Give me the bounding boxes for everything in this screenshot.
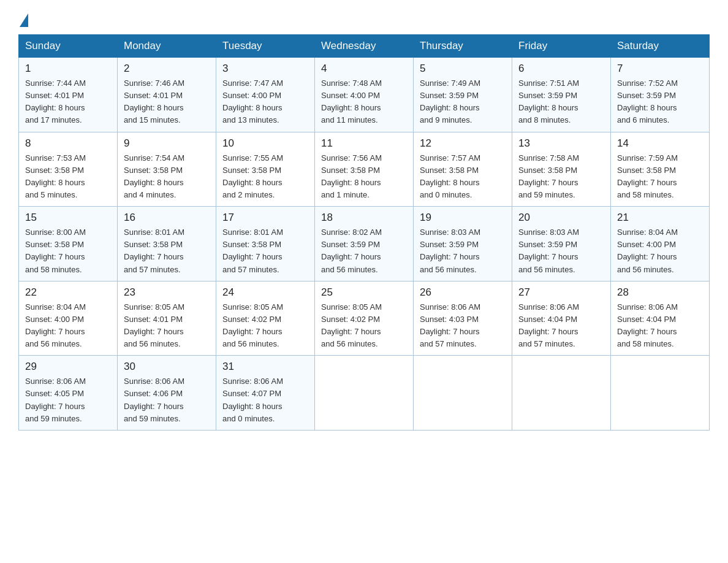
calendar-cell: 27Sunrise: 8:06 AMSunset: 4:04 PMDayligh… xyxy=(512,281,611,356)
day-info: Sunrise: 8:06 AMSunset: 4:04 PMDaylight:… xyxy=(617,301,703,351)
day-info: Sunrise: 7:53 AMSunset: 3:58 PMDaylight:… xyxy=(25,152,111,202)
day-number: 19 xyxy=(420,212,506,224)
day-info: Sunrise: 8:05 AMSunset: 4:02 PMDaylight:… xyxy=(222,301,308,351)
calendar-cell xyxy=(512,356,611,431)
day-info: Sunrise: 7:46 AMSunset: 4:01 PMDaylight:… xyxy=(124,77,210,127)
calendar-cell: 14Sunrise: 7:59 AMSunset: 3:58 PMDayligh… xyxy=(611,132,710,207)
day-number: 4 xyxy=(321,63,407,75)
day-number: 25 xyxy=(321,286,407,299)
calendar-cell: 26Sunrise: 8:06 AMSunset: 4:03 PMDayligh… xyxy=(414,281,512,356)
day-info: Sunrise: 8:05 AMSunset: 4:01 PMDaylight:… xyxy=(124,301,210,351)
day-number: 20 xyxy=(518,212,604,224)
day-number: 12 xyxy=(420,137,506,150)
calendar-cell xyxy=(414,356,512,431)
calendar-cell xyxy=(315,356,414,431)
day-number: 3 xyxy=(222,63,308,75)
day-number: 24 xyxy=(222,286,308,299)
day-info: Sunrise: 8:06 AMSunset: 4:03 PMDaylight:… xyxy=(420,301,506,351)
day-info: Sunrise: 8:06 AMSunset: 4:05 PMDaylight:… xyxy=(25,375,111,425)
day-info: Sunrise: 7:56 AMSunset: 3:58 PMDaylight:… xyxy=(321,152,407,202)
calendar-cell: 22Sunrise: 8:04 AMSunset: 4:00 PMDayligh… xyxy=(19,281,118,356)
calendar-cell: 18Sunrise: 8:02 AMSunset: 3:59 PMDayligh… xyxy=(315,207,414,282)
day-info: Sunrise: 7:54 AMSunset: 3:58 PMDaylight:… xyxy=(124,152,210,202)
calendar-cell: 30Sunrise: 8:06 AMSunset: 4:06 PMDayligh… xyxy=(118,356,216,431)
calendar-cell: 3Sunrise: 7:47 AMSunset: 4:00 PMDaylight… xyxy=(216,58,315,132)
calendar-cell: 19Sunrise: 8:03 AMSunset: 3:59 PMDayligh… xyxy=(414,207,512,282)
calendar-cell: 10Sunrise: 7:55 AMSunset: 3:58 PMDayligh… xyxy=(216,132,315,207)
calendar-week-row: 1Sunrise: 7:44 AMSunset: 4:01 PMDaylight… xyxy=(19,58,710,132)
calendar-cell: 4Sunrise: 7:48 AMSunset: 4:00 PMDaylight… xyxy=(315,58,414,132)
day-info: Sunrise: 7:58 AMSunset: 3:58 PMDaylight:… xyxy=(518,152,604,202)
calendar-cell: 15Sunrise: 8:00 AMSunset: 3:58 PMDayligh… xyxy=(19,207,118,282)
day-info: Sunrise: 8:02 AMSunset: 3:59 PMDaylight:… xyxy=(321,226,407,276)
day-info: Sunrise: 8:03 AMSunset: 3:59 PMDaylight:… xyxy=(518,226,604,276)
day-number: 8 xyxy=(25,137,111,150)
day-number: 27 xyxy=(518,286,604,299)
day-number: 21 xyxy=(617,212,703,224)
day-info: Sunrise: 7:52 AMSunset: 3:59 PMDaylight:… xyxy=(617,77,703,127)
column-header-friday: Friday xyxy=(512,35,611,58)
calendar-cell: 7Sunrise: 7:52 AMSunset: 3:59 PMDaylight… xyxy=(611,58,710,132)
day-info: Sunrise: 8:06 AMSunset: 4:07 PMDaylight:… xyxy=(222,375,308,425)
calendar-cell: 21Sunrise: 8:04 AMSunset: 4:00 PMDayligh… xyxy=(611,207,710,282)
calendar-cell: 1Sunrise: 7:44 AMSunset: 4:01 PMDaylight… xyxy=(19,58,118,132)
day-number: 29 xyxy=(25,361,111,373)
day-number: 13 xyxy=(518,137,604,150)
day-info: Sunrise: 8:00 AMSunset: 3:58 PMDaylight:… xyxy=(25,226,111,276)
day-number: 10 xyxy=(222,137,308,150)
calendar-cell: 17Sunrise: 8:01 AMSunset: 3:58 PMDayligh… xyxy=(216,207,315,282)
calendar-cell: 28Sunrise: 8:06 AMSunset: 4:04 PMDayligh… xyxy=(611,281,710,356)
day-number: 6 xyxy=(518,63,604,75)
day-info: Sunrise: 8:06 AMSunset: 4:06 PMDaylight:… xyxy=(124,375,210,425)
day-info: Sunrise: 8:01 AMSunset: 3:58 PMDaylight:… xyxy=(124,226,210,276)
calendar-cell: 2Sunrise: 7:46 AMSunset: 4:01 PMDaylight… xyxy=(118,58,216,132)
column-header-tuesday: Tuesday xyxy=(216,35,315,58)
logo-triangle-icon xyxy=(20,13,28,27)
calendar-cell: 13Sunrise: 7:58 AMSunset: 3:58 PMDayligh… xyxy=(512,132,611,207)
day-info: Sunrise: 7:44 AMSunset: 4:01 PMDaylight:… xyxy=(25,77,111,127)
calendar-cell: 8Sunrise: 7:53 AMSunset: 3:58 PMDaylight… xyxy=(19,132,118,207)
day-number: 26 xyxy=(420,286,506,299)
day-number: 2 xyxy=(124,63,210,75)
day-number: 5 xyxy=(420,63,506,75)
calendar-cell: 12Sunrise: 7:57 AMSunset: 3:58 PMDayligh… xyxy=(414,132,512,207)
calendar-cell: 5Sunrise: 7:49 AMSunset: 3:59 PMDaylight… xyxy=(414,58,512,132)
day-info: Sunrise: 7:49 AMSunset: 3:59 PMDaylight:… xyxy=(420,77,506,127)
calendar-cell: 25Sunrise: 8:05 AMSunset: 4:02 PMDayligh… xyxy=(315,281,414,356)
day-info: Sunrise: 8:01 AMSunset: 3:58 PMDaylight:… xyxy=(222,226,308,276)
column-header-thursday: Thursday xyxy=(414,35,512,58)
column-header-monday: Monday xyxy=(118,35,216,58)
day-number: 31 xyxy=(222,361,308,373)
day-number: 9 xyxy=(124,137,210,150)
calendar-week-row: 29Sunrise: 8:06 AMSunset: 4:05 PMDayligh… xyxy=(19,356,710,431)
day-info: Sunrise: 7:51 AMSunset: 3:59 PMDaylight:… xyxy=(518,77,604,127)
day-info: Sunrise: 8:03 AMSunset: 3:59 PMDaylight:… xyxy=(420,226,506,276)
day-number: 16 xyxy=(124,212,210,224)
day-number: 30 xyxy=(124,361,210,373)
calendar-cell: 20Sunrise: 8:03 AMSunset: 3:59 PMDayligh… xyxy=(512,207,611,282)
day-info: Sunrise: 8:04 AMSunset: 4:00 PMDaylight:… xyxy=(617,226,703,276)
day-info: Sunrise: 8:06 AMSunset: 4:04 PMDaylight:… xyxy=(518,301,604,351)
column-header-sunday: Sunday xyxy=(19,35,118,58)
column-header-saturday: Saturday xyxy=(611,35,710,58)
day-info: Sunrise: 7:47 AMSunset: 4:00 PMDaylight:… xyxy=(222,77,308,127)
calendar-cell: 31Sunrise: 8:06 AMSunset: 4:07 PMDayligh… xyxy=(216,356,315,431)
calendar-cell: 16Sunrise: 8:01 AMSunset: 3:58 PMDayligh… xyxy=(118,207,216,282)
calendar-cell: 24Sunrise: 8:05 AMSunset: 4:02 PMDayligh… xyxy=(216,281,315,356)
day-number: 28 xyxy=(617,286,703,299)
day-number: 14 xyxy=(617,137,703,150)
calendar-cell: 29Sunrise: 8:06 AMSunset: 4:05 PMDayligh… xyxy=(19,356,118,431)
calendar-week-row: 8Sunrise: 7:53 AMSunset: 3:58 PMDaylight… xyxy=(19,132,710,207)
day-info: Sunrise: 8:05 AMSunset: 4:02 PMDaylight:… xyxy=(321,301,407,351)
column-header-wednesday: Wednesday xyxy=(315,35,414,58)
calendar-cell: 6Sunrise: 7:51 AMSunset: 3:59 PMDaylight… xyxy=(512,58,611,132)
calendar-week-row: 22Sunrise: 8:04 AMSunset: 4:00 PMDayligh… xyxy=(19,281,710,356)
day-number: 18 xyxy=(321,212,407,224)
page-header xyxy=(18,12,710,23)
calendar-cell xyxy=(611,356,710,431)
day-number: 11 xyxy=(321,137,407,150)
day-number: 22 xyxy=(25,286,111,299)
day-info: Sunrise: 7:48 AMSunset: 4:00 PMDaylight:… xyxy=(321,77,407,127)
day-info: Sunrise: 7:55 AMSunset: 3:58 PMDaylight:… xyxy=(222,152,308,202)
calendar-table: SundayMondayTuesdayWednesdayThursdayFrid… xyxy=(18,34,710,431)
